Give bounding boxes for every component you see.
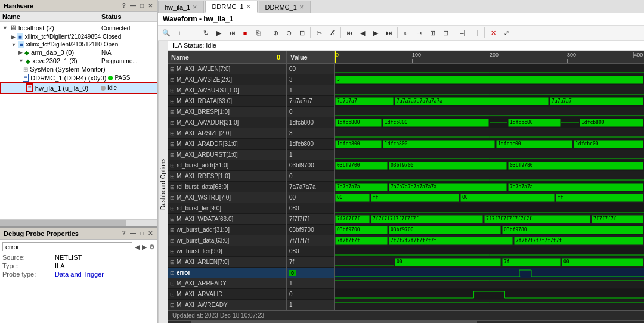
hw-item-xilinx1[interactable]: ▶ ■ xilinx_tcf/Digilent/210249854 Closed: [0, 33, 157, 41]
xilinx1-arrow: ▶: [11, 34, 16, 40]
dashboard-options[interactable]: Dashboard Options: [158, 41, 168, 323]
signal-name-row-6[interactable]: ⊞M_AXI_ARSIZE[2:0]: [168, 128, 286, 139]
debug-search-input[interactable]: [2, 242, 132, 251]
signal-name-row-3[interactable]: ⊞M_AXI_RDATA[63:0]: [168, 96, 286, 107]
signal-name-row-5[interactable]: ⊞M_AXI_AWADDR[31:0]: [168, 117, 286, 128]
signal-name-row-1[interactable]: ⊞M_AXI_AWSIZE[2:0]: [168, 74, 286, 85]
debug-arrow-right[interactable]: ▶: [142, 243, 147, 251]
xcve2302-arrow: ▼: [18, 58, 24, 64]
tb-zoom-out-btn[interactable]: ⊖: [283, 27, 295, 39]
tb-zoom-in-btn[interactable]: ⊕: [270, 27, 281, 39]
tb-delete-btn[interactable]: ✕: [487, 27, 499, 39]
signal-name-row-17[interactable]: ⊞wr_burst_len[9:0]: [168, 246, 286, 257]
tab-ddrmc-1[interactable]: DDRMC_1 ✕: [205, 1, 257, 13]
tb-search-btn[interactable]: 🔍: [160, 27, 172, 39]
waveform-canvas[interactable]: [335, 64, 644, 310]
signal-name-row-9[interactable]: ⊞rd_burst_addr[31:0]: [168, 160, 286, 171]
tb-prev-start-btn[interactable]: ⏮: [343, 27, 355, 39]
tb-refresh-btn[interactable]: ↻: [200, 27, 212, 39]
signal-name-row-11[interactable]: ⊞rd_burst_data[63:0]: [168, 182, 286, 192]
tb-minus-time-btn[interactable]: –|: [457, 27, 469, 39]
hw-item-sysmon[interactable]: ⊞ SysMon (System Monitor): [0, 65, 157, 73]
tab-ddrmc-1-2[interactable]: DDRMC_1 ✕: [259, 1, 311, 13]
signal-icon-13: ⊞: [170, 206, 175, 212]
signal-name-row-14[interactable]: ⊞M_AXI_WDATA[63:0]: [168, 214, 286, 225]
debug-restore-icon[interactable]: □: [139, 230, 145, 237]
hw-item-ddrmc[interactable]: ≡ DDRMC_1 (DDR4) (x0y0) PASS: [0, 73, 157, 82]
signal-name-row-13[interactable]: ⊞rd_burst_len[9:0]: [168, 203, 286, 214]
tab-ddrmc-1-close[interactable]: ✕: [246, 4, 251, 10]
tb-stop-btn[interactable]: ■: [239, 27, 251, 39]
tb-move-right-btn[interactable]: ⇥: [413, 27, 425, 39]
tb-next-btn[interactable]: ▶: [370, 27, 382, 39]
ruler-label-300: 300: [567, 52, 576, 58]
signal-name-label-9: rd_burst_addr[31:0]: [177, 162, 228, 169]
signal-value-row-16: 7f7f7f7f: [287, 235, 334, 246]
signal-icon-2: ⊞: [170, 88, 175, 94]
tab-ddrmc-1-label: DDRMC_1: [212, 3, 243, 10]
signal-value-row-3: 7a7a7a7: [287, 96, 334, 107]
tb-expand-btn[interactable]: ⊞: [426, 27, 438, 39]
hw-item-arm-dap[interactable]: ▶ ◆ arm_dap_0 (0) N/A: [0, 48, 157, 57]
hw-item-localhost[interactable]: ▼ 🖥 localhost (2) Connected: [0, 23, 157, 33]
signal-value-row-4: 0: [287, 107, 334, 117]
signal-value-row-22: 1: [287, 300, 334, 310]
signal-icon-17: ⊞: [170, 249, 175, 254]
signal-name-row-8[interactable]: ⊞M_AXI_ARBURST[1:0]: [168, 150, 286, 160]
signal-name-row-2[interactable]: ⊞M_AXI_AWBURST[1:0]: [168, 85, 286, 96]
tb-copy-btn[interactable]: ⎘: [252, 27, 264, 39]
tb-ff-btn[interactable]: ⏭: [226, 27, 238, 39]
hardware-scrollbar[interactable]: [0, 219, 157, 226]
signal-name-row-4[interactable]: ⊞M_AXI_BRESP[1:0]: [168, 107, 286, 117]
debug-source-row: Source: NETLIST: [2, 254, 155, 261]
tab-hw-ila-1-close[interactable]: ✕: [193, 4, 197, 10]
signal-name-row-22[interactable]: ⊡M_AXI_AWREADY: [168, 300, 286, 310]
hardware-help-icon[interactable]: ?: [121, 2, 127, 9]
signal-icon-21: ⊡: [170, 291, 175, 297]
tb-zoom-fit-btn[interactable]: ⊡: [296, 27, 308, 39]
tb-collapse-btn[interactable]: ⊟: [439, 27, 451, 39]
debug-close-icon[interactable]: ✕: [147, 230, 154, 237]
hardware-restore-icon[interactable]: □: [139, 2, 145, 9]
hardware-minimize-icon[interactable]: —: [129, 2, 137, 9]
hw-item-xilinx2[interactable]: ▼ ■ xilinx_tcf/Digilent/210512180 Open: [0, 41, 157, 48]
signal-name-label-7: M_AXI_ARADDR[31:0]: [177, 141, 238, 147]
tb-move-left-btn[interactable]: ⇤: [400, 27, 412, 39]
hw-item-ila[interactable]: ≡ hw_ila_1 (u_ila_0) Idle: [0, 82, 157, 94]
signal-name-row-7[interactable]: ⊞M_AXI_ARADDR[31:0]: [168, 139, 286, 150]
debug-minimize-icon[interactable]: —: [129, 230, 137, 237]
signal-name-row-21[interactable]: ⊡M_AXI_ARVALID: [168, 289, 286, 300]
debug-arrow-left[interactable]: ◀: [135, 243, 140, 251]
hardware-close-icon[interactable]: ✕: [147, 2, 154, 9]
signal-name-row-10[interactable]: ⊞M_AXI_RRESP[1:0]: [168, 171, 286, 182]
signal-value-row-17: 080: [287, 246, 334, 257]
tb-cut-btn[interactable]: ✂: [313, 27, 325, 39]
signal-name-row-0[interactable]: ⊞M_AXI_AWLEN[7:0]: [168, 64, 286, 74]
tab-hw-ila-1[interactable]: hw_ila_1 ✕: [158, 1, 204, 13]
tb-play-btn[interactable]: ▶: [213, 27, 225, 39]
debug-settings-icon[interactable]: ⚙: [149, 243, 155, 251]
signal-name-row-12[interactable]: ⊞M_AXI_WSTRB[7:0]: [168, 192, 286, 203]
tab-ddrmc-1-2-close[interactable]: ✕: [299, 4, 304, 10]
tb-add-btn[interactable]: +: [174, 27, 185, 39]
tb-plus-time-btn[interactable]: +|: [470, 27, 482, 39]
hw-item-xcve2302[interactable]: ▼ ◆ xcve2302_1 (3) Programme...: [0, 57, 157, 65]
waveform-scrollbar[interactable]: [168, 320, 644, 323]
tb-maximize-btn[interactable]: ⤢: [500, 27, 512, 39]
signal-name-row-15[interactable]: ⊞wr_burst_addr[31:0]: [168, 225, 286, 235]
signal-values-header: Value: [287, 51, 334, 64]
signal-name-row-19[interactable]: ⊡error: [168, 268, 286, 278]
signal-name-label-21: M_AXI_ARVALID: [177, 291, 222, 297]
signal-name-row-16[interactable]: ⊞wr_burst_data[63:0]: [168, 235, 286, 246]
signal-icon-18: ⊞: [170, 259, 175, 265]
signal-name-row-18[interactable]: ⊞M_AXI_ARLEN[7:0]: [168, 257, 286, 268]
signal-value-row-21: 0: [287, 289, 334, 300]
debug-probe-type-row: Probe type: Data and Trigger: [2, 271, 155, 278]
debug-source-label: Source:: [2, 254, 50, 261]
tb-prev-btn[interactable]: ◀: [357, 27, 369, 39]
signal-name-row-20[interactable]: ⊡M_AXI_ARREADY: [168, 278, 286, 289]
tb-cross-btn[interactable]: ✗: [326, 27, 338, 39]
debug-help-icon[interactable]: ?: [121, 230, 127, 237]
tb-next-end-btn[interactable]: ⏭: [383, 27, 395, 39]
tb-remove-btn[interactable]: −: [187, 27, 199, 39]
